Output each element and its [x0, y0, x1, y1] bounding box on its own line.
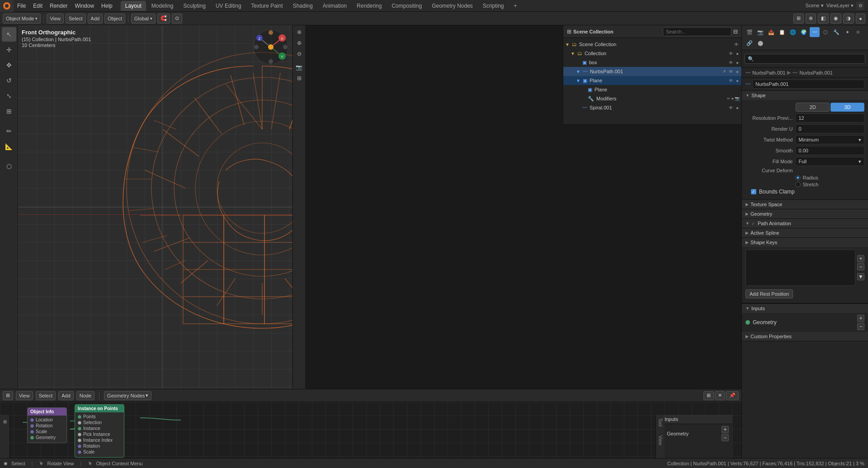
- ne-pin-btn[interactable]: 📌: [726, 391, 739, 400]
- inputs-panel-add[interactable]: +: [722, 426, 729, 433]
- tab-modeling[interactable]: Modeling: [147, 1, 178, 11]
- ne-view-btn[interactable]: View: [16, 391, 33, 400]
- prop-scene-icon[interactable]: 🎬: [745, 27, 755, 37]
- twist-value[interactable]: Minimum ▾: [795, 135, 864, 144]
- resolution-value[interactable]: 12: [795, 113, 864, 123]
- box-eye[interactable]: 👁: [728, 60, 734, 65]
- properties-search[interactable]: [745, 54, 865, 64]
- tab-animation[interactable]: Animation: [318, 1, 351, 11]
- overlay-btn[interactable]: ⊞: [793, 14, 804, 24]
- smooth-value[interactable]: 0.00: [795, 146, 864, 155]
- inputs-header[interactable]: ▼ Inputs: [742, 304, 868, 313]
- ne-type-selector[interactable]: Geometry Nodes ▾: [104, 391, 151, 400]
- section-texture-header[interactable]: ▶ Texture Space: [742, 200, 868, 209]
- outliner-item-collection[interactable]: ▼ 🗂 Collection 👁 ●: [563, 49, 741, 58]
- viewport-shading-wire[interactable]: ◧: [818, 14, 829, 24]
- ne-close-btn[interactable]: ✕: [715, 391, 725, 400]
- tab-add[interactable]: +: [509, 1, 522, 11]
- inputs-remove-btn[interactable]: −: [857, 323, 864, 330]
- viewport-3d[interactable]: Front Orthographic (15) Collection | Nur…: [18, 25, 305, 389]
- tool-rotate[interactable]: ↺: [2, 73, 16, 88]
- vp-camera-view[interactable]: 📷: [294, 62, 304, 72]
- add-rest-position-btn[interactable]: Add Rest Position: [745, 289, 793, 298]
- tool-add[interactable]: ⬡: [2, 159, 16, 174]
- vp-view-icon[interactable]: ⊕: [294, 27, 304, 37]
- bounds-clamp-checkbox[interactable]: [751, 189, 756, 194]
- viewport-shading-render[interactable]: ●: [856, 14, 865, 24]
- section-geometry-header[interactable]: ▶ Geometry: [742, 209, 868, 218]
- tab-layout[interactable]: Layout: [121, 1, 146, 11]
- menu-window[interactable]: Window: [71, 0, 98, 12]
- prop-material-icon[interactable]: ⬤: [755, 38, 765, 48]
- section-active-spline-header[interactable]: ▶ Active Spline: [742, 228, 868, 237]
- outliner-item-plane-mesh[interactable]: ▣ Plane: [563, 85, 741, 94]
- mode-selector[interactable]: Object Mode ▾: [3, 14, 41, 24]
- ne-node-btn[interactable]: Node: [76, 391, 94, 400]
- axis-gizmo[interactable]: X Y Z: [253, 29, 289, 65]
- prop-modifier-icon[interactable]: 🔧: [831, 27, 841, 37]
- proportional-btn[interactable]: ⊙: [172, 14, 182, 24]
- section-custom-props-header[interactable]: ▶ Custom Properties: [742, 332, 868, 341]
- outliner-item-plane[interactable]: ▼ ▣ Plane 👁 ●: [563, 76, 741, 85]
- tab-uv-editing[interactable]: UV Editing: [211, 1, 246, 11]
- node-instance-on-points[interactable]: Instance on Points Points Selection Inst…: [75, 404, 124, 458]
- nurbs-eye[interactable]: 👁: [728, 69, 734, 74]
- shape-key-remove-btn[interactable]: −: [857, 263, 864, 270]
- prop-constraints-icon[interactable]: 🔗: [745, 38, 755, 48]
- viewport-shading-material[interactable]: ◑: [843, 14, 854, 24]
- section-shape-header[interactable]: ▼ Shape: [742, 91, 868, 100]
- menu-edit[interactable]: Edit: [29, 0, 46, 12]
- prop-particles-icon[interactable]: ✦: [842, 27, 852, 37]
- tool-move[interactable]: ✥: [2, 58, 16, 72]
- inputs-add-btn[interactable]: +: [857, 315, 864, 322]
- radius-radio[interactable]: [795, 175, 801, 180]
- ne-add-btn[interactable]: Add: [58, 391, 74, 400]
- nurbs-link[interactable]: ↗: [722, 69, 727, 74]
- node-object-info[interactable]: Object Info Location Rotation Scale Geom…: [27, 407, 67, 443]
- box-render[interactable]: ●: [735, 60, 740, 65]
- view-menu[interactable]: View: [47, 14, 64, 24]
- tool-cursor[interactable]: ✛: [2, 43, 16, 57]
- ne-view-tab[interactable]: View: [657, 434, 664, 447]
- tool-annotate[interactable]: ✏: [2, 124, 16, 138]
- stretch-radio[interactable]: [795, 182, 801, 187]
- tool-transform[interactable]: ⊞: [2, 104, 16, 118]
- prop-scene-props-icon[interactable]: 🌐: [788, 27, 798, 37]
- fill-mode-value[interactable]: Full ▾: [795, 157, 864, 166]
- outliner-item-spiral[interactable]: 〰 Spiral.001 👁 ●: [563, 103, 741, 112]
- vp-grid-view[interactable]: ⊞: [294, 73, 304, 83]
- section-path-anim-header[interactable]: ▼ ✓ Path Animation: [742, 219, 868, 228]
- spiral-eye[interactable]: 👁: [728, 105, 734, 110]
- gizmo-btn[interactable]: ⊕: [806, 14, 816, 24]
- mod-icon-render[interactable]: ●: [731, 96, 734, 101]
- prop-view-layer-icon[interactable]: 📋: [777, 27, 787, 37]
- ne-type-btn[interactable]: ⊞: [3, 391, 13, 400]
- vp-zoom-in[interactable]: ⊕: [294, 38, 304, 48]
- viewport-canvas[interactable]: Front Orthographic (15) Collection | Nur…: [18, 25, 305, 389]
- menu-help[interactable]: Help: [98, 0, 116, 12]
- viewlayer-selector[interactable]: ViewLayer ▾: [826, 3, 854, 9]
- menu-render[interactable]: Render: [46, 0, 71, 12]
- tab-compositing[interactable]: Compositing: [387, 1, 426, 11]
- coll-eye[interactable]: 👁: [728, 51, 734, 56]
- global-selector[interactable]: Global ▾: [131, 14, 156, 24]
- prop-object-data-icon[interactable]: 〰: [810, 27, 820, 37]
- viewport-shading-solid[interactable]: ◉: [830, 14, 841, 24]
- shape-key-arrow-btn[interactable]: ▼: [857, 273, 864, 280]
- mod-icon-realtime[interactable]: 📷: [735, 96, 740, 101]
- coll-render[interactable]: ●: [735, 51, 740, 56]
- outliner-item-modifiers[interactable]: 🔧 Modifiers ✏ ● 📷: [563, 94, 741, 103]
- ne-left-tool1[interactable]: ⊞: [0, 416, 10, 426]
- spiral-render[interactable]: ●: [735, 105, 740, 110]
- ne-overlay-btn[interactable]: ⊞: [703, 391, 714, 400]
- outliner-item-box[interactable]: ▣ box 👁 ●: [563, 58, 741, 67]
- prop-world-icon[interactable]: 🌍: [799, 27, 809, 37]
- prop-output-icon[interactable]: 📤: [766, 27, 776, 37]
- prop-render-icon[interactable]: 📷: [755, 27, 765, 37]
- path-animation-checkbox-icon[interactable]: ✓: [751, 221, 755, 226]
- outliner-item-nurbspath[interactable]: ▼ 〰 NurbsPath.001 ↗ 👁 ●: [563, 67, 741, 76]
- vp-zoom-out[interactable]: ⊖: [294, 49, 304, 59]
- tab-shading[interactable]: Shading: [288, 1, 317, 11]
- select-menu[interactable]: Select: [66, 14, 86, 24]
- tab-geometry-nodes[interactable]: Geometry Nodes: [427, 1, 477, 11]
